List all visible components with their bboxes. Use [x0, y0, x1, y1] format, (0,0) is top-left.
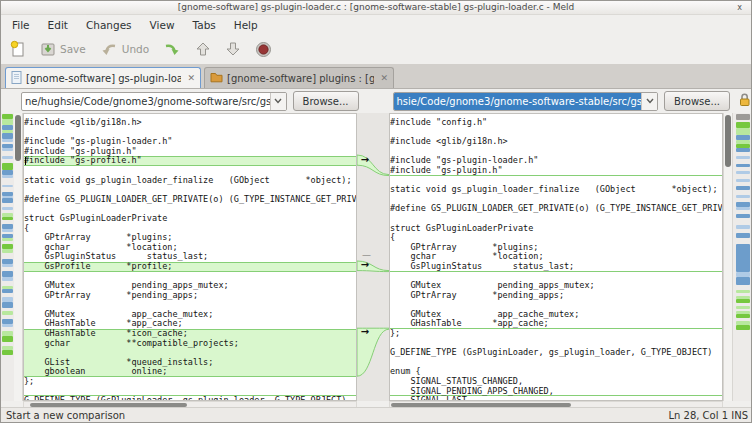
code-line: G_DEFINE_TYPE (GsPluginLoader, gs_plugin…	[390, 348, 722, 358]
undo-button[interactable]: Undo	[100, 41, 149, 57]
right-vertical-scrollbar[interactable]	[723, 113, 732, 401]
diffmap-stripe	[736, 218, 750, 225]
tab-label: [gnome-software] gs-plugin-loader.c : [g	[26, 73, 181, 84]
menu-edit[interactable]: Edit	[39, 17, 77, 33]
lock-icon	[738, 92, 751, 111]
menu-changes[interactable]: Changes	[77, 17, 141, 33]
status-bar: Start a new comparison Ln 28, Col 1 INS	[1, 407, 752, 422]
cursor-position: Ln 28, Col 1 INS	[668, 410, 748, 421]
file-selector-bar: ne/hughsie/Code/gnome3/gnome-software/sr…	[1, 89, 751, 113]
code-line: gchar **compatible_projects;	[24, 339, 356, 349]
arrow-up-icon	[195, 41, 211, 57]
scrollbar-thumb[interactable]	[725, 115, 731, 167]
code-line: #include <glib/gi18n.h>	[390, 137, 722, 147]
diffmap-stripe	[736, 325, 750, 330]
tab-plugins-folder[interactable]: [gnome-software] plugins : [gnome-soft ✕	[204, 67, 394, 88]
title-bar[interactable]: [gnome-software] gs-plugin-loader.c : [g…	[1, 1, 751, 15]
diffmap-stripe	[2, 350, 13, 355]
scrollbar-thumb[interactable]	[15, 115, 21, 161]
left-vertical-scrollbar[interactable]	[14, 113, 23, 401]
code-line: };	[390, 329, 722, 339]
right-browse-button[interactable]: Browse...	[664, 91, 730, 111]
code-line: GsPluginStatus status_last;	[390, 262, 722, 272]
menu-tabs[interactable]: Tabs	[184, 17, 225, 33]
code-line: struct GsPluginLoaderPrivate	[390, 224, 722, 234]
chevron-down-icon[interactable]	[270, 93, 286, 110]
diffmap-stripe	[736, 244, 750, 272]
arrow-down-icon	[225, 41, 241, 57]
tab-close-icon[interactable]: ✕	[185, 73, 195, 83]
code-line: GPtrArray *pending_apps;	[390, 291, 722, 301]
tab-close-icon[interactable]: ✕	[378, 73, 388, 83]
code-line	[390, 358, 722, 368]
code-line: struct GsPluginLoaderPrivate	[24, 214, 356, 224]
code-line: };	[24, 377, 356, 387]
diffmap-stripe	[736, 277, 750, 285]
left-file-path[interactable]: ne/hughsie/Code/gnome3/gnome-software/sr…	[22, 93, 270, 110]
redo-button[interactable]	[163, 41, 181, 57]
next-change-button[interactable]	[225, 41, 241, 57]
meld-window: [gnome-software] gs-plugin-loader.c : [g…	[0, 0, 752, 423]
apply-change-arrow-icon[interactable]: →	[358, 260, 372, 270]
window-title: [gnome-software] gs-plugin-loader.c : [g…	[178, 2, 574, 12]
right-file-combobox[interactable]: hsie/Code/gnome3/gnome-software-stable/s…	[393, 92, 659, 111]
previous-change-button[interactable]	[195, 41, 211, 57]
apply-change-arrow-icon[interactable]: →	[358, 327, 372, 337]
code-line: static void gs_plugin_loader_finalize (G…	[24, 176, 356, 186]
code-line: #define GS_PLUGIN_LOADER_GET_PRIVATE(o) …	[390, 204, 722, 214]
text-cursor	[25, 157, 26, 165]
file-icon	[11, 71, 22, 86]
code-line: #include "config.h"	[390, 118, 722, 128]
code-line: gboolean online;	[24, 367, 356, 377]
code-line: #include "gs-profile.h"	[24, 156, 356, 166]
right-code-pane[interactable]: #include "config.h"#include <glib/gi18n.…	[389, 113, 723, 401]
menu-help[interactable]: Help	[225, 17, 267, 33]
stop-button[interactable]	[255, 41, 272, 58]
redo-icon	[163, 41, 181, 57]
folder-icon	[210, 71, 223, 85]
new-document-icon	[9, 40, 26, 58]
undo-icon	[100, 41, 118, 57]
diffmap-stripe	[2, 163, 13, 170]
diffmap-stripe	[736, 128, 750, 135]
new-comparison-button[interactable]	[9, 40, 26, 58]
notebook-tab-bar: [gnome-software] gs-plugin-loader.c : [g…	[1, 64, 751, 89]
left-browse-button[interactable]: Browse...	[293, 91, 359, 111]
save-icon	[40, 41, 56, 57]
code-line: #define GS_PLUGIN_LOADER_GET_PRIVATE(o) …	[24, 195, 356, 205]
right-file-path[interactable]: hsie/Code/gnome3/gnome-software-stable/s…	[394, 93, 642, 110]
code-line: #include <glib/gi18n.h>	[24, 118, 356, 128]
diffmap-stripe	[2, 178, 13, 185]
left-code-pane[interactable]: #include <glib/gi18n.h>#include "gs-plug…	[23, 113, 357, 401]
code-line: #include "gs-plugin.h"	[390, 166, 722, 176]
menu-view[interactable]: View	[141, 17, 184, 33]
menu-bar: File Edit Changes View Tabs Help	[1, 15, 751, 34]
stop-record-icon	[255, 41, 272, 58]
window-close-button[interactable]: x	[737, 1, 742, 14]
code-line: GPtrArray *pending_apps;	[24, 291, 356, 301]
diff-view: #include <glib/gi18n.h>#include "gs-plug…	[1, 113, 752, 401]
center-change-gutter[interactable]: →→—→	[357, 113, 389, 401]
left-diff-overview-map[interactable]	[1, 113, 14, 401]
apply-change-arrow-icon[interactable]: →	[358, 155, 372, 165]
tab-label: [gnome-software] plugins : [gnome-soft	[227, 73, 374, 84]
right-diff-overview-map[interactable]	[732, 113, 752, 401]
tool-bar: Save Undo	[1, 34, 751, 64]
code-line: GHashTable *app_cache;	[390, 319, 722, 329]
status-message: Start a new comparison	[6, 410, 125, 421]
delete-change-minus-icon[interactable]: —	[362, 251, 371, 260]
code-line: static void gs_plugin_loader_finalize (G…	[390, 185, 722, 195]
code-line: GsProfile *profile;	[24, 262, 356, 272]
menu-file[interactable]: File	[3, 17, 39, 33]
save-button[interactable]: Save	[40, 41, 86, 57]
left-file-combobox[interactable]: ne/hughsie/Code/gnome3/gnome-software/sr…	[21, 92, 287, 111]
tab-gs-plugin-loader[interactable]: [gnome-software] gs-plugin-loader.c : [g…	[5, 67, 201, 88]
chevron-down-icon[interactable]	[641, 93, 657, 110]
